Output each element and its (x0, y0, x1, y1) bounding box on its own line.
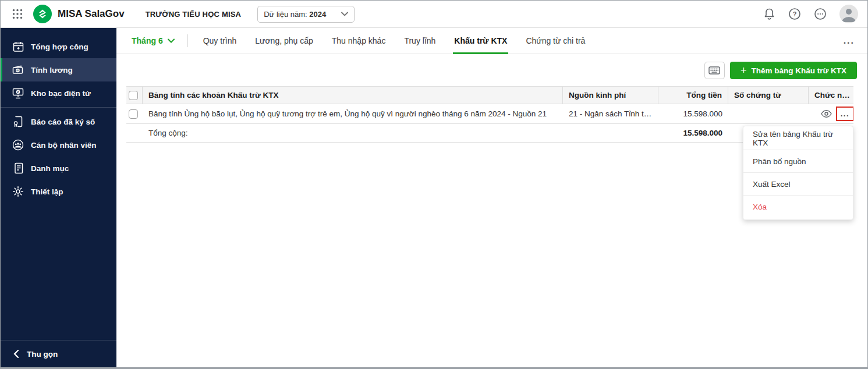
year-select-text: Dữ liệu năm: 2024 (264, 10, 326, 19)
app-title: MISA SalaGov (58, 8, 125, 20)
row-funding-source: 21 - Ngân sách Tỉnh tự ... (569, 109, 653, 118)
data-year-select[interactable]: Dữ liệu năm: 2024 (257, 6, 355, 23)
sidebar-item-label: Kho bạc điện tử (31, 89, 91, 98)
tab-khau-tru-ktx[interactable]: Khấu trừ KTX (445, 28, 516, 54)
month-selector[interactable]: Tháng 6 (132, 36, 175, 45)
tab-separator (187, 34, 188, 47)
context-menu-item-rename[interactable]: Sửa tên bảng Khấu trừ KTX (743, 127, 853, 150)
e-treasury-icon: $ (12, 88, 24, 99)
row-context-menu: Sửa tên bảng Khấu trừ KTX Phân bổ nguồn … (743, 126, 853, 220)
tab-luong-phu-cap[interactable]: Lương, phụ cấp (246, 28, 323, 54)
signed-report-icon (12, 116, 24, 127)
chevron-left-icon (13, 350, 19, 358)
sidebar-item-label: Tính lương (31, 66, 73, 74)
payroll-money-icon: $ (12, 65, 24, 75)
misa-logo-icon (33, 5, 52, 23)
menu-item-label: Sửa tên bảng Khấu trừ KTX (753, 130, 844, 147)
more-options-icon[interactable] (814, 8, 827, 20)
sidebar-item-kho-bac-dien-tu[interactable]: $ Kho bạc điện tử (1, 81, 116, 105)
table-header-row: Bảng tính các khoản Khấu trừ KTX Nguồn k… (126, 86, 853, 104)
tab-label: Thu nhập khác (332, 36, 386, 45)
sidebar-item-danh-muc[interactable]: Danh mục (1, 157, 116, 180)
menu-item-label: Xóa (753, 203, 767, 211)
tab-thu-nhap-khac[interactable]: Thu nhập khác (323, 28, 395, 54)
tab-label: Chứng từ chi trả (526, 36, 585, 45)
plus-icon: + (741, 65, 747, 76)
sidebar-item-label: Cán bộ nhân viên (31, 141, 97, 150)
tab-label: Truy lĩnh (404, 36, 435, 45)
sidebar-item-label: Thiết lập (31, 187, 63, 196)
toolbar: + Thêm bảng Khấu trừ KTX (116, 54, 867, 86)
svg-text:$: $ (17, 69, 19, 72)
tab-label: Quy trình (203, 36, 237, 45)
svg-text:?: ? (793, 10, 797, 17)
notification-bell-icon[interactable] (763, 8, 775, 20)
sidebar-item-label: Tổng hợp công (31, 42, 88, 51)
tab-label: Lương, phụ cấp (255, 36, 313, 45)
app-window: MISA SalaGov TRƯỜNG TIỂU HỌC MISA Dữ liệ… (0, 0, 868, 369)
organization-name: TRƯỜNG TIỂU HỌC MISA (146, 10, 242, 19)
table-row[interactable]: Bảng tính Ủng hộ bão lụt, Ủng hộ quỹ tươ… (126, 104, 853, 123)
context-menu-item-delete[interactable]: Xóa (743, 196, 853, 218)
footer-total-label: Tổng cộng: (148, 129, 188, 137)
menu-item-label: Xuất Excel (753, 180, 791, 189)
chevron-down-icon (341, 12, 348, 16)
select-all-checkbox[interactable] (129, 91, 138, 100)
month-selector-label: Tháng 6 (132, 36, 163, 45)
help-icon[interactable]: ? (788, 8, 801, 20)
catalog-icon (12, 162, 24, 174)
sidebar-nav: Tổng hợp công $ Tính lương $ Kho bạc điệ… (1, 28, 116, 367)
row-checkbox[interactable] (129, 109, 138, 119)
sidebar-item-bao-cao-da-ky-so[interactable]: Báo cáo đã ký số (1, 110, 116, 133)
add-button-label: Thêm bảng Khấu trừ KTX (751, 66, 846, 75)
footer-total-value: 15.598.000 (683, 129, 722, 137)
menu-item-label: Phân bổ nguồn (753, 157, 806, 166)
sidebar-item-can-bo-nhan-vien[interactable]: Cán bộ nhân viên (1, 133, 116, 157)
sidebar-item-label: Danh mục (31, 164, 69, 173)
context-menu-item-allocate-source[interactable]: Phân bổ nguồn (743, 150, 853, 173)
collapse-label: Thu gọn (27, 350, 58, 359)
add-khau-tru-ktx-button[interactable]: + Thêm bảng Khấu trừ KTX (730, 62, 857, 79)
sidebar-item-thiet-lap[interactable]: Thiết lập (1, 180, 116, 203)
column-header-name: Bảng tính các khoản Khấu trừ KTX (148, 91, 279, 100)
column-header-funding-source: Nguồn kinh phí (569, 91, 626, 100)
sidebar-item-label: Báo cáo đã ký số (31, 118, 95, 126)
user-avatar[interactable] (839, 5, 858, 23)
column-header-total: Tổng tiền (686, 91, 722, 100)
tab-overflow-button[interactable]: ... (844, 36, 855, 46)
tab-bar: Tháng 6 Quy trình Lương, phụ cấp Thu nhậ… (116, 28, 867, 54)
settings-gear-icon (12, 186, 24, 197)
chevron-down-icon (168, 38, 175, 43)
column-header-actions: Chức năng (814, 91, 852, 100)
staff-icon (12, 139, 24, 151)
context-menu-item-export-excel[interactable]: Xuất Excel (743, 173, 853, 196)
tab-truy-linh[interactable]: Truy lĩnh (395, 28, 445, 54)
sidebar-item-tong-hop-cong[interactable]: Tổng hợp công (1, 35, 116, 58)
sidebar-collapse-button[interactable]: Thu gọn (1, 340, 116, 367)
row-total: 15.598.000 (683, 109, 722, 118)
top-header: MISA SalaGov TRƯỜNG TIỂU HỌC MISA Dữ liệ… (1, 1, 867, 28)
row-name: Bảng tính Ủng hộ bão lụt, Ủng hộ quỹ tươ… (148, 109, 547, 118)
sidebar-divider (1, 107, 116, 108)
sidebar-item-tinh-luong[interactable]: $ Tính lương (1, 58, 116, 81)
keyboard-shortcut-button[interactable] (704, 62, 725, 79)
tab-quy-trinh[interactable]: Quy trình (194, 28, 246, 54)
row-more-actions-button[interactable]: ... (838, 108, 852, 119)
tab-label: Khấu trừ KTX (454, 36, 507, 45)
tab-chung-tu-chi-tra[interactable]: Chứng từ chi trả (516, 28, 594, 54)
view-eye-icon[interactable] (821, 110, 832, 118)
calendar-icon (12, 41, 24, 52)
column-header-voucher: Số chứng từ (734, 91, 781, 100)
keyboard-icon (708, 66, 720, 74)
apps-grid-icon[interactable] (10, 6, 25, 22)
